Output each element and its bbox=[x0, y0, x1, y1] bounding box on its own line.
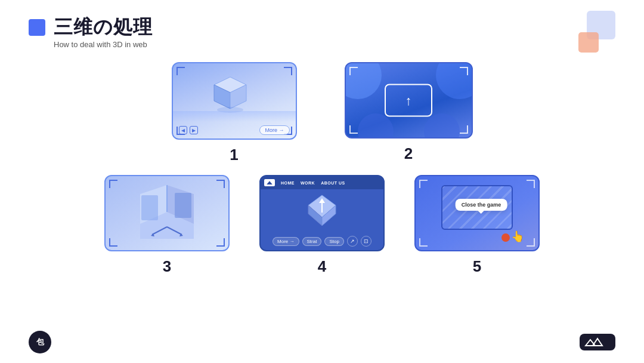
card-num-2: 2 bbox=[404, 144, 413, 163]
card4-bottom-bar: More → Strat Stop ↗ ⊡ bbox=[261, 236, 383, 247]
card1-inner: ◀ ▶ More → bbox=[173, 63, 296, 139]
card-wrap-4: HOME WORK ABOUT US bbox=[259, 175, 385, 276]
card4-expand-icon[interactable]: ⊡ bbox=[361, 236, 371, 247]
nav-arrow-left[interactable]: ◀ bbox=[179, 126, 187, 134]
fluid-shape-4 bbox=[424, 113, 460, 139]
card4-navbar: HOME WORK ABOUT US bbox=[261, 176, 383, 189]
corner-tl-3 bbox=[109, 180, 117, 188]
corner-bl-5 bbox=[419, 238, 428, 247]
corner-tr-3 bbox=[216, 180, 225, 188]
card-num-1: 1 bbox=[230, 146, 238, 164]
cube-3d bbox=[209, 74, 251, 115]
svg-rect-8 bbox=[175, 193, 191, 218]
card5-inner: Close the game 👆 bbox=[416, 176, 538, 250]
row-2: 3 HOME WORK ABOUT US bbox=[0, 175, 644, 276]
row-1: ◀ ▶ More → 1 ↑ 2 bbox=[0, 62, 644, 164]
nav-work[interactable]: WORK bbox=[298, 181, 317, 185]
card4-logo bbox=[264, 179, 275, 186]
card3-inner bbox=[106, 176, 228, 250]
card-num-5: 5 bbox=[473, 257, 481, 276]
svg-marker-20 bbox=[586, 340, 595, 346]
card-1[interactable]: ◀ ▶ More → bbox=[172, 62, 297, 140]
more-button-1[interactable]: More → bbox=[259, 125, 289, 135]
card4-more-btn[interactable]: More → bbox=[273, 237, 299, 246]
corner-br-2 bbox=[460, 125, 468, 134]
red-circle-button[interactable] bbox=[501, 233, 510, 242]
footer-logo-text: 包 bbox=[36, 337, 44, 347]
upload-box: ↑ bbox=[385, 84, 432, 117]
nav-about[interactable]: ABOUT US bbox=[318, 181, 348, 185]
card-5[interactable]: Close the game 👆 bbox=[414, 175, 540, 251]
title-block: 三维の処理 How to deal with 3D in web bbox=[54, 17, 153, 49]
header: 三维の処理 How to deal with 3D in web bbox=[0, 0, 644, 49]
main-title: 三维の処理 bbox=[54, 17, 153, 38]
card-3[interactable] bbox=[104, 175, 230, 251]
corner-bl-3 bbox=[109, 238, 117, 247]
ground-shadow bbox=[173, 111, 296, 122]
card-wrap-2: ↑ 2 bbox=[345, 62, 473, 164]
upload-arrow-icon: ↑ bbox=[405, 94, 412, 107]
card4-inner: HOME WORK ABOUT US bbox=[261, 176, 383, 250]
svg-rect-7 bbox=[141, 195, 158, 220]
nav-home[interactable]: HOME bbox=[278, 181, 297, 185]
card-num-4: 4 bbox=[318, 257, 326, 276]
corner-tr-1 bbox=[284, 67, 292, 75]
corner-tr-5 bbox=[527, 180, 535, 188]
card4-strat-btn[interactable]: Strat bbox=[302, 237, 322, 246]
card4-stop-btn[interactable]: Stop bbox=[324, 237, 343, 246]
corner-tl-2 bbox=[349, 67, 358, 75]
cursor-hand-icon: 👆 bbox=[511, 230, 524, 243]
room-svg bbox=[128, 182, 206, 242]
card4-share-icon[interactable]: ↗ bbox=[347, 236, 358, 247]
card-num-3: 3 bbox=[163, 257, 171, 276]
footer-logo-right bbox=[580, 334, 615, 350]
logo-icon bbox=[29, 19, 45, 36]
deco-square-2 bbox=[578, 32, 599, 53]
fluid-shape-3 bbox=[358, 113, 394, 139]
corner-bl-2 bbox=[349, 125, 358, 134]
footer-logo-left: 包 bbox=[29, 331, 51, 353]
card-2[interactable]: ↑ bbox=[345, 62, 473, 139]
card-wrap-5: Close the game 👆 5 bbox=[414, 175, 540, 276]
corner-br-5 bbox=[527, 238, 535, 247]
corner-tl-1 bbox=[177, 67, 185, 75]
diamond-3d bbox=[301, 189, 343, 231]
nav-arrow-right[interactable]: ▶ bbox=[190, 126, 198, 134]
card-wrap-3: 3 bbox=[104, 175, 230, 276]
card-4[interactable]: HOME WORK ABOUT US bbox=[259, 175, 385, 251]
deco-squares bbox=[574, 11, 615, 53]
footer: 包 bbox=[0, 331, 644, 353]
card1-nav: ◀ ▶ More → bbox=[173, 125, 296, 135]
card-wrap-1: ◀ ▶ More → 1 bbox=[172, 62, 297, 164]
corner-tl-5 bbox=[419, 180, 428, 188]
nav-arrows: ◀ ▶ bbox=[179, 126, 198, 134]
tooltip-close-game: Close the game bbox=[456, 199, 507, 211]
corner-br-3 bbox=[216, 238, 225, 247]
mountain-logo-icon bbox=[584, 337, 611, 347]
subtitle: How to deal with 3D in web bbox=[54, 40, 153, 49]
corner-tr-2 bbox=[460, 67, 468, 75]
